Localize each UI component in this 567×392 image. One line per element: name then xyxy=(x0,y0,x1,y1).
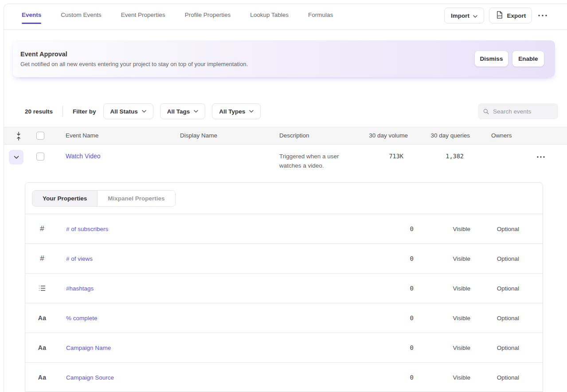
ellipsis-icon xyxy=(538,14,547,17)
property-visibility[interactable]: Visible xyxy=(453,255,470,262)
column-30-day-volume: 30 day volume xyxy=(369,127,408,144)
property-visibility[interactable]: Visible xyxy=(453,345,470,351)
chevron-down-icon xyxy=(249,110,254,113)
status-filter-dropdown[interactable]: All Status xyxy=(103,103,153,119)
banner-title: Event Approval xyxy=(20,51,67,58)
results-count: 20 results xyxy=(25,108,53,115)
text-type-icon: Aa xyxy=(38,344,47,351)
tab-custom-events[interactable]: Custom Events xyxy=(61,4,102,30)
property-required[interactable]: Optional xyxy=(497,374,519,381)
property-name-link[interactable]: # of views xyxy=(66,255,93,262)
tab-events[interactable]: Events xyxy=(22,4,41,30)
property-visibility[interactable]: Visible xyxy=(453,285,470,292)
export-button[interactable]: csv Export xyxy=(489,8,532,24)
types-filter-dropdown[interactable]: All Types xyxy=(212,103,261,119)
event-name-link[interactable]: Watch Video xyxy=(66,153,101,160)
event-30-day-volume: 713K xyxy=(389,153,403,160)
property-name-link[interactable]: Campaign Name xyxy=(66,345,111,351)
properties-tabs: Your Properties Mixpanel Properties xyxy=(32,190,176,207)
filter-bar: 20 results Filter by All Status All Tags… xyxy=(25,103,267,119)
filter-by-label: Filter by xyxy=(73,108,96,115)
properties-list: # Aa # of subscribers 0 Visible Optional… xyxy=(25,214,543,392)
property-required[interactable]: Optional xyxy=(497,285,519,292)
property-name-link[interactable]: # of subscribers xyxy=(66,226,108,232)
import-button[interactable]: Import xyxy=(444,8,484,24)
tab-mixpanel-properties[interactable]: Mixpanel Properties xyxy=(97,191,175,206)
property-volume: 0 xyxy=(410,285,414,292)
property-row: # Aa # of views 0 Visible Optional xyxy=(25,244,543,274)
properties-panel-header: Your Properties Mixpanel Properties xyxy=(25,183,543,214)
event-description: Triggered when a user watches a video. xyxy=(279,152,339,170)
tab-lookup-tables[interactable]: Lookup Tables xyxy=(250,4,289,30)
property-volume: 0 xyxy=(410,255,414,262)
types-filter-label: All Types xyxy=(219,108,245,115)
property-row: # Aa Campaign Name 0 Visible Optional xyxy=(25,333,543,363)
property-row: # Aa # of subscribers 0 Visible Optional xyxy=(25,214,543,244)
tags-filter-dropdown[interactable]: All Tags xyxy=(160,103,206,119)
property-volume: 0 xyxy=(410,344,414,351)
tab-event-properties[interactable]: Event Properties xyxy=(121,4,165,30)
tab-profile-properties[interactable]: Profile Properties xyxy=(185,4,231,30)
top-nav: Events Custom Events Event Properties Pr… xyxy=(4,4,567,30)
dismiss-button[interactable]: Dismiss xyxy=(475,51,508,67)
text-type-icon: Aa xyxy=(38,374,47,381)
search-events-box xyxy=(478,103,558,119)
chevron-down-icon xyxy=(473,12,477,19)
collapse-row-button[interactable] xyxy=(9,150,23,165)
text-type-icon: Aa xyxy=(38,314,47,321)
search-icon xyxy=(483,108,489,115)
banner-description: Get notified on all new events entering … xyxy=(20,61,248,67)
search-events-input[interactable] xyxy=(493,108,553,115)
lexicon-events-page: Events Custom Events Event Properties Pr… xyxy=(0,0,567,392)
app-card: Events Custom Events Event Properties Pr… xyxy=(4,4,567,392)
property-required[interactable]: Optional xyxy=(497,255,519,262)
svg-text:csv: csv xyxy=(497,14,501,17)
property-required[interactable]: Optional xyxy=(497,315,519,321)
property-visibility[interactable]: Visible xyxy=(453,226,470,232)
property-required[interactable]: Optional xyxy=(497,345,519,351)
table-header: Event Name Display Name Description 30 d… xyxy=(4,127,567,145)
number-type-icon: # xyxy=(38,254,47,263)
event-row-watch-video: Watch Video Triggered when a user watche… xyxy=(4,145,567,182)
tab-your-properties[interactable]: Your Properties xyxy=(32,191,97,206)
ellipsis-icon xyxy=(536,156,545,158)
property-visibility[interactable]: Visible xyxy=(453,315,470,321)
collapse-all-icon[interactable] xyxy=(16,132,21,142)
property-name-link[interactable]: #hashtags xyxy=(66,285,94,292)
csv-file-icon: csv xyxy=(495,11,504,20)
select-all-checkbox[interactable] xyxy=(36,132,44,140)
import-button-label: Import xyxy=(451,12,469,19)
number-type-icon: # xyxy=(38,224,47,233)
row-checkbox[interactable] xyxy=(36,153,44,161)
column-30-day-queries: 30 day queries xyxy=(430,127,470,144)
property-volume: 0 xyxy=(410,314,414,321)
nav-more-button[interactable] xyxy=(536,8,549,24)
event-approval-banner: Event Approval Get notified on all new e… xyxy=(13,40,555,77)
property-name-link[interactable]: Campaign Source xyxy=(66,374,114,381)
divider xyxy=(63,106,63,117)
status-filter-label: All Status xyxy=(110,108,138,115)
property-row: # Aa Campaign Source 0 Visible Optional xyxy=(25,363,543,392)
event-30-day-queries: 1,382 xyxy=(446,153,464,160)
column-description: Description xyxy=(279,127,309,144)
chevron-down-icon xyxy=(142,110,146,113)
export-button-label: Export xyxy=(507,12,526,19)
nav-tabs: Events Custom Events Event Properties Pr… xyxy=(22,4,333,30)
property-row: # Aa #hashtags 0 Visible Optional xyxy=(25,274,543,303)
chevron-down-icon xyxy=(194,110,198,113)
property-visibility[interactable]: Visible xyxy=(453,374,470,381)
properties-panel: Your Properties Mixpanel Properties # Aa… xyxy=(25,182,543,392)
column-event-name: Event Name xyxy=(66,127,98,144)
column-display-name: Display Name xyxy=(180,127,217,144)
property-volume: 0 xyxy=(410,374,414,381)
column-owners: Owners xyxy=(491,127,512,144)
enable-button[interactable]: Enable xyxy=(512,51,544,67)
property-row: # Aa % complete 0 Visible Optional xyxy=(25,303,543,333)
chevron-down-icon xyxy=(14,156,19,159)
property-name-link[interactable]: % complete xyxy=(66,315,98,321)
property-volume: 0 xyxy=(410,225,414,232)
tab-formulas[interactable]: Formulas xyxy=(308,4,333,30)
property-required[interactable]: Optional xyxy=(497,226,519,232)
row-more-button[interactable] xyxy=(534,150,547,164)
tags-filter-label: All Tags xyxy=(167,108,190,115)
